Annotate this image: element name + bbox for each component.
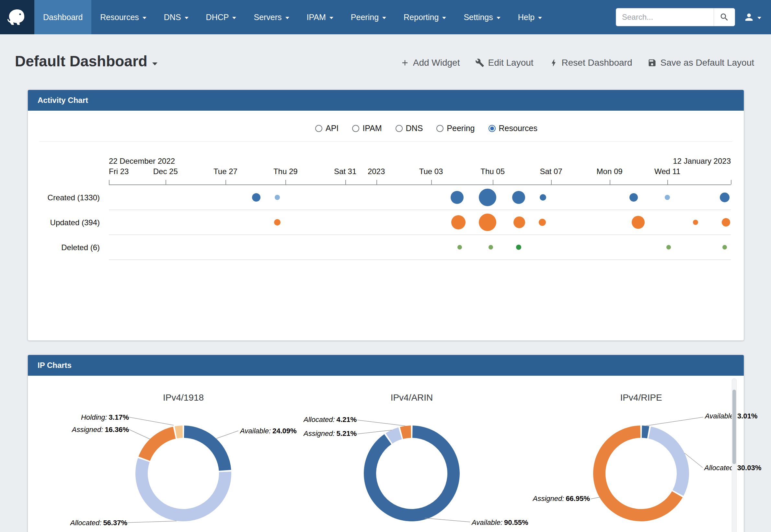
- donut-slice-allocated[interactable]: [649, 427, 689, 496]
- activity-bubble[interactable]: [665, 195, 670, 200]
- activity-bubble[interactable]: [479, 214, 496, 231]
- add-widget-button[interactable]: Add Widget: [400, 58, 460, 68]
- chevron-down-icon: [232, 17, 236, 19]
- filter-radio-ipam[interactable]: IPAM: [352, 124, 382, 133]
- slice-label-available: Available:90.55%: [472, 518, 528, 527]
- activity-bubble[interactable]: [275, 195, 280, 200]
- row-label-deleted: Deleted (6): [28, 235, 109, 260]
- page-title[interactable]: Default Dashboard: [15, 52, 157, 70]
- activity-bubble[interactable]: [457, 245, 462, 249]
- filter-radio-api[interactable]: API: [315, 124, 339, 133]
- nav-item-settings[interactable]: Settings: [455, 0, 509, 34]
- activity-bubble[interactable]: [252, 193, 261, 202]
- filter-radio-resources[interactable]: Resources: [488, 124, 538, 133]
- leader-line: [357, 420, 405, 426]
- nav-item-peering[interactable]: Peering: [342, 0, 395, 34]
- slice-label-available: Available:3.01%: [705, 412, 757, 420]
- radio-icon: [315, 125, 322, 132]
- donut-slice-assigned[interactable]: [139, 427, 176, 461]
- activity-bubble[interactable]: [274, 219, 281, 226]
- filter-radio-dns[interactable]: DNS: [396, 124, 423, 133]
- leader-line: [129, 429, 150, 439]
- tick-label: Tue 27: [214, 167, 238, 176]
- filter-label: DNS: [406, 124, 423, 133]
- chevron-down-icon: [757, 17, 761, 19]
- save-icon: [648, 58, 657, 67]
- app-logo[interactable]: [0, 0, 34, 34]
- reset-dashboard-button[interactable]: Reset Dashboard: [549, 58, 632, 68]
- activity-bubble[interactable]: [451, 215, 465, 229]
- activity-bubble[interactable]: [693, 220, 698, 225]
- ip-chart-1918: IPv4/1918 Holding:3.17% Assigned:16.36% …: [70, 393, 297, 532]
- nav-item-help[interactable]: Help: [509, 0, 551, 34]
- filter-label: API: [326, 124, 339, 133]
- donut-slice-holding[interactable]: [174, 426, 183, 438]
- activity-bubble[interactable]: [632, 216, 645, 229]
- filter-label: IPAM: [363, 124, 382, 133]
- donut-slice-allocated[interactable]: [135, 458, 231, 521]
- filter-radio-peering[interactable]: Peering: [436, 124, 475, 133]
- chart-title: IPv4/1918: [70, 393, 297, 403]
- plus-icon: [400, 58, 409, 67]
- tick-label: Thu 05: [480, 167, 505, 176]
- edit-layout-button[interactable]: Edit Layout: [475, 58, 533, 68]
- tick-mark: [610, 180, 610, 184]
- activity-bubble[interactable]: [720, 193, 730, 202]
- nav-item-dns[interactable]: DNS: [155, 0, 197, 34]
- donut-slice-available[interactable]: [184, 426, 231, 471]
- timeline-tick-labels: Fri 23Dec 25Tue 27Thu 29Sat 312023Tue 03…: [109, 166, 731, 177]
- nav-item-reporting[interactable]: Reporting: [395, 0, 455, 34]
- chart-title: IPv4/RIPE: [528, 393, 754, 403]
- search-group: [616, 8, 735, 26]
- leader-line: [425, 518, 470, 522]
- user-icon: [743, 12, 754, 23]
- activity-bubble[interactable]: [516, 245, 521, 250]
- activity-bubble[interactable]: [630, 193, 638, 202]
- timeline-axis: [109, 177, 731, 185]
- nav-item-servers[interactable]: Servers: [245, 0, 298, 34]
- widget-header[interactable]: IP Charts: [28, 355, 744, 376]
- activity-bubble[interactable]: [513, 216, 525, 228]
- slice-label-assigned: Assigned:16.36%: [70, 426, 129, 434]
- donut-slice-available[interactable]: [642, 426, 649, 438]
- ip-chart-arin: IPv4/ARIN Allocated:4.21% Assigned:5.21%…: [298, 393, 525, 532]
- activity-bubble[interactable]: [451, 191, 464, 204]
- activity-bubble[interactable]: [722, 245, 727, 249]
- donut-slice-available[interactable]: [364, 426, 460, 521]
- donut-slice-allocated[interactable]: [400, 426, 411, 439]
- nav-item-dashboard[interactable]: Dashboard: [34, 0, 91, 34]
- divider: [39, 141, 732, 142]
- widget-scrollbar[interactable]: [732, 378, 737, 532]
- user-menu[interactable]: [743, 12, 761, 23]
- tick-mark: [551, 180, 552, 184]
- chevron-down-icon: [184, 17, 188, 19]
- activity-bubble[interactable]: [488, 245, 493, 249]
- activity-chart-widget: Activity Chart API IPAM DNS Peering Reso…: [28, 90, 744, 341]
- activity-bubble[interactable]: [539, 219, 546, 226]
- search-button[interactable]: [714, 8, 735, 26]
- nav-item-ipam[interactable]: IPAM: [298, 0, 342, 34]
- chevron-down-icon: [442, 17, 446, 19]
- filter-label: Peering: [447, 124, 475, 133]
- widget-header[interactable]: Activity Chart: [28, 90, 744, 111]
- activity-bubble[interactable]: [512, 191, 525, 204]
- scrollbar-thumb[interactable]: [732, 390, 736, 464]
- search-input[interactable]: [616, 8, 714, 26]
- save-default-layout-button[interactable]: Save as Default Layout: [648, 58, 754, 68]
- activity-bubble[interactable]: [479, 189, 496, 206]
- chevron-down-icon: [285, 17, 289, 19]
- tick-label: Sat 31: [334, 167, 356, 176]
- activity-bubble[interactable]: [540, 194, 546, 201]
- chevron-down-icon: [497, 17, 500, 19]
- slice-label-allocated: Allocated:4.21%: [298, 416, 357, 424]
- nav-label: DHCP: [206, 13, 229, 22]
- nav-item-resources[interactable]: Resources: [91, 0, 155, 34]
- filter-label: Resources: [499, 124, 538, 133]
- timeline-row-deleted: Deleted (6): [28, 235, 744, 260]
- widget-title: Activity Chart: [38, 96, 88, 105]
- row-label-updated: Updated (394): [28, 210, 109, 235]
- chevron-down-icon: [152, 62, 157, 65]
- nav-item-dhcp[interactable]: DHCP: [197, 0, 245, 34]
- activity-bubble[interactable]: [722, 218, 730, 227]
- activity-bubble[interactable]: [666, 245, 671, 249]
